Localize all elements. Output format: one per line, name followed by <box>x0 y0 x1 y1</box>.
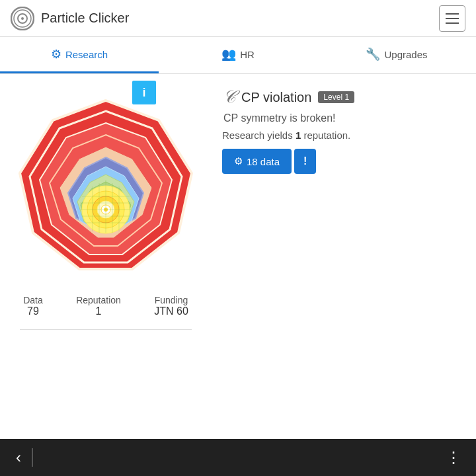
tab-bar: ⚙ Research 👥 HR 🔧 Upgrades <box>0 37 476 74</box>
yield-post: reputation. <box>301 130 350 141</box>
gear-icon: ⚙ <box>234 155 243 167</box>
yield-pre: Research yields <box>222 130 296 141</box>
top-bar: Particle Clicker <box>0 0 476 37</box>
stats-divider <box>20 329 192 330</box>
app-branding: Particle Clicker <box>11 7 129 30</box>
svg-point-3 <box>21 17 24 20</box>
tab-hr[interactable]: 👥 HR <box>159 37 317 73</box>
cp-violation-icon: 𝒞 <box>222 87 235 107</box>
research-description: CP symmetry is broken! <box>222 112 465 124</box>
nav-divider <box>32 448 33 467</box>
data-label: Data <box>23 295 43 305</box>
app-title: Particle Clicker <box>41 11 129 26</box>
research-tab-icon: ⚙ <box>51 47 61 61</box>
reputation-value: 1 <box>76 305 121 317</box>
particle-visualization <box>13 94 198 279</box>
tab-research[interactable]: ⚙ Research <box>0 37 159 73</box>
funding-label: Funding <box>154 295 188 305</box>
info-exclaim-button[interactable]: ! <box>294 149 316 174</box>
exclaim-label: ! <box>303 155 307 167</box>
main-content: i <box>0 74 476 439</box>
stat-funding: Funding JTN 60 <box>154 295 188 317</box>
research-header: 𝒞 CP violation Level 1 <box>222 87 465 107</box>
info-button[interactable]: i <box>132 81 156 104</box>
hamburger-line <box>446 18 459 19</box>
upgrades-tab-icon: 🔧 <box>366 47 380 61</box>
data-value: 79 <box>23 305 43 317</box>
bottom-nav-bar: ‹ ⋮ <box>0 439 476 476</box>
back-button[interactable]: ‹ <box>13 446 24 469</box>
left-panel: i <box>0 74 212 439</box>
data-cost-button[interactable]: ⚙ 18 data <box>222 149 292 174</box>
upgrades-tab-label: Upgrades <box>384 49 427 60</box>
yield-amount: 1 <box>296 130 301 141</box>
hamburger-line <box>446 22 459 24</box>
hamburger-line <box>446 13 459 15</box>
level-badge: Level 1 <box>318 91 354 103</box>
bottom-nav-left: ‹ <box>13 446 33 469</box>
particle-svg <box>13 94 198 279</box>
data-cost-label: 18 data <box>247 156 280 167</box>
app-logo-icon <box>11 7 34 30</box>
action-row: ⚙ 18 data ! <box>222 149 465 174</box>
reputation-label: Reputation <box>76 295 121 305</box>
hr-tab-icon: 👥 <box>221 47 236 61</box>
funding-value: JTN 60 <box>154 305 188 317</box>
research-title: CP violation <box>241 90 311 105</box>
research-item-cp-violation: 𝒞 CP violation Level 1 CP symmetry is br… <box>222 87 465 174</box>
stat-data: Data 79 <box>23 295 43 317</box>
right-panel: 𝒞 CP violation Level 1 CP symmetry is br… <box>212 74 476 439</box>
hr-tab-label: HR <box>240 49 255 60</box>
more-options-button[interactable]: ⋮ <box>446 448 463 467</box>
research-yield: Research yields 1 reputation. <box>222 130 465 141</box>
stat-reputation: Reputation 1 <box>76 295 121 317</box>
tab-upgrades[interactable]: 🔧 Upgrades <box>317 37 476 73</box>
menu-button[interactable] <box>439 5 465 32</box>
stats-row: Data 79 Reputation 1 Funding JTN 60 <box>0 284 212 323</box>
research-tab-label: Research <box>65 49 108 60</box>
